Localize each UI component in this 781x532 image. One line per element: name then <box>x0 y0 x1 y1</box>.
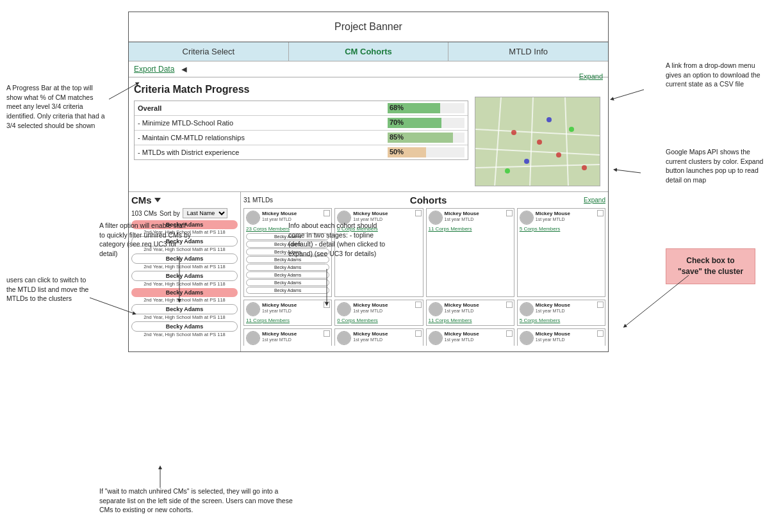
cohort-year: 1st year MTLD <box>262 309 297 313</box>
cohort-name: Mickey Mouse <box>536 302 570 309</box>
cohort-card-header: Mickey Mouse 1st year MTLD <box>246 302 329 316</box>
progress-table: Overall 68% - Minimize MTLD-School Ratio… <box>134 101 468 160</box>
save-checkbox[interactable] <box>597 330 604 337</box>
cohort-card[interactable]: Mickey Mouse 1st year MTLD 11 Corps Memb… <box>243 328 332 346</box>
cohorts-expand-link[interactable]: Expand <box>584 197 605 204</box>
svg-point-13 <box>582 165 587 170</box>
project-banner: Project Banner <box>129 12 608 42</box>
cms-count: 103 CMs <box>131 210 157 217</box>
progress-bar-district: 50% <box>388 147 464 157</box>
avatar <box>337 302 351 316</box>
avatar <box>520 302 534 316</box>
progress-label-district: - MTLDs with District experience <box>138 149 385 156</box>
cohort-card[interactable]: Mickey Mouse 1st year MTLD 5 Corps Membe… <box>517 328 605 346</box>
avatar <box>520 331 534 345</box>
save-checkbox[interactable] <box>506 330 513 337</box>
tab-cm-cohorts[interactable]: CM Cohorts <box>289 42 449 61</box>
cohort-card-header: Mickey Mouse 1st year MTLD <box>429 302 512 316</box>
cms-dropdown-arrow-icon[interactable] <box>154 198 161 202</box>
cms-header: CMs <box>131 195 238 206</box>
tab-criteria-select[interactable]: Criteria Select <box>129 42 289 61</box>
cohort-name: Mickey Mouse <box>445 211 479 217</box>
progress-text-ratio: 70% <box>390 118 404 126</box>
svg-point-11 <box>569 127 574 132</box>
save-checkbox[interactable] <box>597 210 604 216</box>
progress-row-relationships: - Maintain CM-MTLD relationships 85% <box>135 131 468 145</box>
cm-name: Becky Adams <box>131 304 238 314</box>
mtld-count: 31 MTLDs <box>243 197 273 204</box>
cohort-year: 1st year MTLD <box>445 337 479 342</box>
list-item: Becky Adams 2nd Year, High School Math a… <box>131 304 238 320</box>
save-checkbox[interactable] <box>415 302 422 308</box>
cohort-card[interactable]: Mickey Mouse 1st year MTLD 11 Corps Memb… <box>243 300 332 326</box>
export-row: Export Data ◄ <box>129 61 608 77</box>
save-cluster-box: Check box to"save" the cluster <box>666 248 755 284</box>
cohort-card[interactable]: Mickey Mouse 1st year MTLD 11 Corps Memb… <box>426 300 514 326</box>
svg-point-10 <box>524 159 529 164</box>
banner-title: Project Banner <box>334 21 402 32</box>
cohort-card-header: Mickey Mouse 1st year MTLD <box>429 331 512 345</box>
cohort-card[interactable]: Mickey Mouse 1st year MTLD 11 Corps Memb… <box>426 328 514 346</box>
cohort-card[interactable]: Mickey Mouse 1st year MTLD 5 Corps Membe… <box>517 208 605 297</box>
progress-row-ratio: - Minimize MTLD-School Ratio 70% <box>135 116 468 131</box>
cohort-name: Mickey Mouse <box>262 211 297 217</box>
progress-bar-ratio: 70% <box>388 118 464 128</box>
corps-members-link[interactable]: 5 Corps Members <box>520 318 603 323</box>
corps-members-link[interactable]: 0 Corps Members <box>337 318 420 323</box>
save-checkbox[interactable] <box>597 302 604 308</box>
progress-text-overall: 68% <box>390 104 404 111</box>
svg-point-7 <box>511 130 516 135</box>
corps-members-link[interactable]: 11 Corps Members <box>429 226 512 232</box>
annotation-mtld-list: users can click to switch to the MTLD li… <box>6 275 90 303</box>
annotation-dropdown-link: A link from a drop-down menu gives an op… <box>666 61 771 89</box>
cm-detail: 2nd Year, High School Math at PS 118 <box>131 314 238 320</box>
save-checkbox[interactable] <box>324 302 330 308</box>
svg-point-14 <box>547 117 552 122</box>
cohort-year: 1st year MTLD <box>353 309 388 313</box>
cms-subheader: 103 CMs Sort by Last Name <box>131 208 238 218</box>
save-checkbox[interactable] <box>415 330 422 337</box>
cohort-card-header: Mickey Mouse 1st year MTLD <box>246 331 329 345</box>
criteria-section: Criteria Match Progress Overall 68% - Mi… <box>129 77 608 191</box>
save-checkbox[interactable] <box>415 210 422 216</box>
cohort-name: Mickey Mouse <box>262 302 297 309</box>
list-item: Becky Adams 2nd Year, High School Math a… <box>131 271 238 287</box>
save-checkbox[interactable] <box>506 302 513 308</box>
cohort-card[interactable]: Mickey Mouse 1st year MTLD 0 Corps Membe… <box>334 328 423 346</box>
cohort-card-header: Mickey Mouse 1st year MTLD <box>520 211 603 225</box>
progress-text-district: 50% <box>390 148 404 156</box>
list-item: Becky Adams 2nd Year, High School Math a… <box>131 288 238 303</box>
bottom-section: CMs 103 CMs Sort by Last Name Becky Adam… <box>129 191 608 351</box>
sort-select[interactable]: Last Name <box>183 208 227 218</box>
progress-row-district: - MTLDs with District experience 50% <box>135 145 468 159</box>
save-checkbox[interactable] <box>506 210 513 216</box>
annotation-progress-bar: A Progress Bar at the top will show what… <box>6 83 106 130</box>
cohort-card[interactable]: Mickey Mouse 1st year MTLD 0 Corps Membe… <box>334 300 423 326</box>
cohort-card[interactable]: Mickey Mouse 1st year MTLD 11 Corps Memb… <box>426 208 514 297</box>
progress-bar-overall: 68% <box>388 103 464 113</box>
save-checkbox[interactable] <box>324 210 330 216</box>
svg-point-12 <box>505 168 510 173</box>
annotation-filter: A filter option will enable staff to qui… <box>99 221 192 259</box>
corps-members-link[interactable]: 11 Corps Members <box>246 318 329 323</box>
annotation-bottom-note: If "wait to match unhired CMs" is select… <box>99 487 298 515</box>
corps-members-link[interactable]: 11 Corps Members <box>429 318 512 323</box>
progress-label-ratio: - Minimize MTLD-School Ratio <box>138 119 385 127</box>
export-data-link[interactable]: Export Data <box>134 65 174 74</box>
list-item: Becky Adams 2nd Year, High School Math a… <box>131 321 238 337</box>
avatar <box>337 331 351 345</box>
corps-members-link[interactable]: 5 Corps Members <box>520 226 603 232</box>
avatar <box>429 211 443 225</box>
avatar <box>520 211 534 225</box>
member-item: Becky Adams <box>246 271 329 278</box>
cohort-card-header: Mickey Mouse 1st year MTLD <box>520 331 603 345</box>
cohort-name: Mickey Mouse <box>262 331 297 337</box>
cohort-year: 1st year MTLD <box>262 337 297 342</box>
tab-mtld-info[interactable]: MTLD Info <box>448 42 608 61</box>
sort-label: Sort by <box>160 210 180 217</box>
map-expand-link[interactable]: Expand <box>579 72 603 80</box>
save-checkbox[interactable] <box>324 330 330 337</box>
cms-panel: CMs 103 CMs Sort by Last Name Becky Adam… <box>129 192 241 351</box>
cohort-card[interactable]: Mickey Mouse 1st year MTLD 5 Corps Membe… <box>517 300 605 326</box>
cohort-name: Mickey Mouse <box>536 211 570 217</box>
